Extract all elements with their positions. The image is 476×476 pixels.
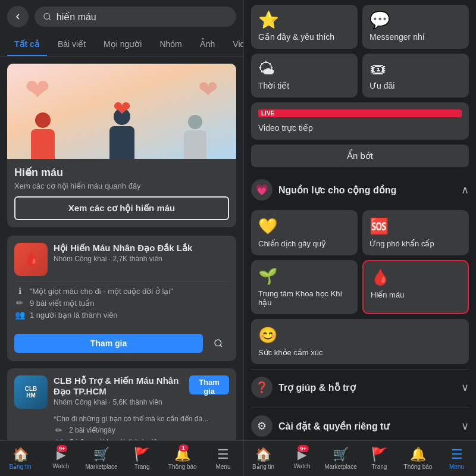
live-badge: LIVE [258, 109, 462, 117]
info-icon: ℹ [14, 286, 25, 296]
right-nav-menu-label: Menu [449, 464, 464, 470]
home-icon: 🏠 [12, 447, 29, 462]
group-avatar-icon-2: CLBHM [14, 375, 48, 409]
nav-bangtam-label: Bảng tin [10, 464, 32, 470]
edit-icon: ✏ [14, 298, 25, 308]
search-bar: hiến máu [0, 0, 243, 33]
help-section-header[interactable]: ❓ Trợ giúp & hỗ trợ ∨ [251, 377, 469, 398]
tab-all[interactable]: Tất cả [7, 33, 47, 56]
menu-item-favorites[interactable]: ⭐ Gần đây & yêu thích [251, 5, 358, 49]
right-panel: ⭐ Gần đây & yêu thích 💬 Messenger nhí 🌤 … [244, 0, 476, 476]
tab-video[interactable]: Video [226, 33, 244, 56]
group-friends-1: 👥 1 người bạn là thành viên [14, 310, 229, 320]
settings-section-header[interactable]: ⚙ Cài đặt & quyền riêng tư ∨ [251, 415, 469, 437]
group-avatar-1: 🩸 [14, 243, 48, 276]
right-content: ⭐ Gần đây & yêu thích 💬 Messenger nhí 🌤 … [244, 0, 476, 440]
left-panel: hiến máu Tất cả Bài viết Mọi người Nhóm … [0, 0, 244, 476]
nav-trang[interactable]: 🚩 Trang [122, 447, 162, 470]
watch-badge: 9+ [57, 445, 67, 452]
right-nav-menu[interactable]: ☰ Menu [437, 447, 476, 470]
back-button[interactable] [7, 6, 29, 27]
trang-icon: 🚩 [134, 447, 150, 462]
menu-item-weather[interactable]: 🌤 Thời tiết [251, 54, 358, 98]
emergency-icon: 🆘 [369, 217, 462, 236]
nav-watch[interactable]: 9+ ▶ Watch [40, 447, 81, 469]
nav-notifications-label: Thông báo [168, 464, 197, 470]
left-content: ❤ ❤ ❤ [0, 57, 243, 440]
help-section: ❓ Trợ giúp & hỗ trợ ∨ [251, 369, 469, 405]
community-item-fundraise[interactable]: 💛 Chiến dịch gây quỹ [251, 210, 358, 255]
hero-title: Hiến máu [14, 166, 229, 179]
settings-chevron-icon: ∨ [461, 419, 469, 433]
community-item-climate[interactable]: 🌱 Trung tâm Khoa học Khí hậu [251, 260, 358, 314]
tab-groups[interactable]: Nhóm [152, 33, 189, 56]
right-nav-notifications-label: Thông báo [404, 464, 433, 470]
join-button-1[interactable]: Tham gia [14, 334, 203, 353]
menu-item-offers[interactable]: 🎟 Ưu đãi [362, 54, 469, 98]
climate-icon: 🌱 [258, 267, 350, 286]
group-avatar-icon-1: 🩸 [14, 243, 48, 276]
nav-notifications[interactable]: 1 🔔 Thông báo [162, 447, 203, 470]
community-section-header: 💗 Nguồn lực cho cộng đồng ∧ [251, 174, 469, 205]
group-actions-1: Tham gia [14, 333, 229, 354]
community-chevron-icon[interactable]: ∧ [461, 183, 469, 196]
menu-grid-top: ⭐ Gần đây & yêu thích 💬 Messenger nhí 🌤 … [251, 5, 469, 98]
menu-item-messenger-kids[interactable]: 💬 Messenger nhí [362, 5, 469, 49]
nav-menu-label: Menu [215, 464, 230, 470]
community-grid: 💛 Chiến dịch gây quỹ 🆘 Ứng phó khẩn cấp … [251, 210, 469, 364]
hero-subtitle: Xem các cơ hội hiến máu quanh đây [14, 181, 229, 190]
nav-marketplace[interactable]: 🛒 Marketplace [81, 447, 121, 470]
settings-icon: ⚙ [251, 415, 273, 437]
right-nav-bangtam[interactable]: 🏠 Bảng tin [244, 447, 283, 470]
community-item-emotional-label: Sức khỏe cảm xúc [258, 348, 462, 357]
group-posts-2: ✏ 2 bài viết/ngày [54, 425, 229, 435]
community-item-climate-label: Trung tâm Khoa học Khí hậu [258, 289, 350, 307]
search-input[interactable]: hiến máu [57, 11, 228, 22]
emotional-icon: 😊 [258, 326, 462, 345]
right-nav-notifications[interactable]: 🔔 Thông báo [399, 447, 437, 470]
favorites-icon: ⭐ [258, 12, 350, 29]
hide-more-button[interactable]: Ẩn bớt [251, 145, 469, 167]
community-item-fundraise-label: Chiến dịch gây quỹ [258, 239, 350, 248]
community-item-blood[interactable]: 🩸 Hiến máu [362, 260, 469, 314]
group-name-2: CLB Hỗ Trợ & Hiến Máu Nhân Đạo TP.HCM [54, 375, 189, 397]
community-section-left: 💗 Nguồn lực cho cộng đồng [251, 179, 396, 201]
nav-bangtam[interactable]: 🏠 Bảng tin [0, 447, 40, 470]
right-nav-trang[interactable]: 🚩 Trang [360, 447, 399, 470]
notification-badge: 1 [178, 444, 188, 452]
right-nav-trang-label: Trang [372, 464, 387, 470]
tab-photos[interactable]: Ảnh [193, 33, 223, 56]
nav-menu[interactable]: ☰ Menu [203, 447, 243, 470]
search-group-button-1[interactable] [208, 333, 229, 354]
community-item-emergency[interactable]: 🆘 Ứng phó khẩn cấp [362, 210, 469, 255]
community-item-emotional[interactable]: 😊 Sức khỏe cảm xúc [251, 319, 469, 364]
settings-section-left: ⚙ Cài đặt & quyền riêng tư [251, 415, 389, 437]
right-nav-bangtam-label: Bảng tin [252, 464, 274, 470]
group-quote-1: ℹ "Một giọt máu cho đi - một cuộc đời ở … [14, 286, 229, 296]
menu-item-offers-label: Ưu đãi [369, 81, 462, 90]
group-card-1: 🩸 Hội Hiến Máu Nhân Đạo Đắk Lắk Nhóm Côn… [7, 236, 236, 361]
right-nav-watch[interactable]: 9+ ▶ Watch [283, 447, 321, 469]
settings-section-title: Cài đặt & quyền riêng tư [278, 421, 389, 432]
search-icon [214, 339, 223, 348]
help-section-left: ❓ Trợ giúp & hỗ trợ [251, 377, 356, 398]
community-section-title: Nguồn lực cho cộng đồng [278, 184, 396, 196]
group-card-2: CLBHM CLB Hỗ Trợ & Hiến Máu Nhân Đạo TP.… [7, 368, 236, 440]
fundraise-icon: 💛 [258, 217, 350, 236]
right-home-icon: 🏠 [255, 447, 271, 462]
offers-icon: 🎟 [369, 61, 462, 77]
menu-item-messenger-kids-label: Messenger nhí [369, 32, 462, 42]
hero-info: Hiến máu Xem các cơ hội hiến máu quanh đ… [7, 159, 236, 227]
nav-trang-label: Trang [134, 464, 150, 470]
group-name-1: Hội Hiến Máu Nhân Đạo Đắk Lắk [54, 243, 229, 253]
tab-people[interactable]: Mọi người [96, 33, 149, 56]
menu-item-live-video[interactable]: LIVE Video trực tiếp [251, 102, 469, 140]
marketplace-icon: 🛒 [93, 447, 109, 462]
search-input-container[interactable]: hiến máu [35, 7, 236, 27]
hero-cta-button[interactable]: Xem các cơ hội hiến máu [14, 196, 229, 220]
group-posts-1: ✏ 9 bài viết một tuần [14, 298, 229, 308]
right-nav-marketplace[interactable]: 🛒 Marketplace [321, 447, 360, 470]
tab-posts[interactable]: Bài viết [51, 33, 93, 56]
join-button-2[interactable]: Tham gia [189, 375, 229, 394]
right-marketplace-icon: 🛒 [333, 447, 349, 462]
